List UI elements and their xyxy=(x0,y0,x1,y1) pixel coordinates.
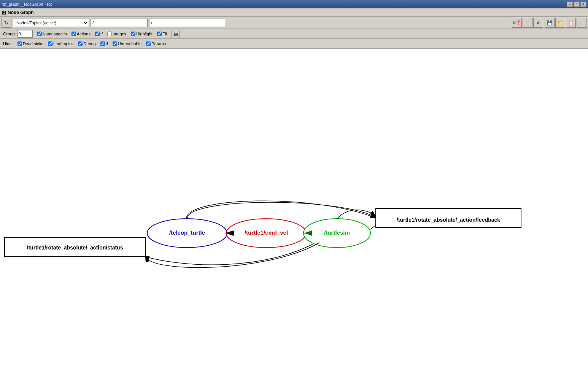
menubar: ⊞ Node Graph xyxy=(0,8,588,17)
actions-checkbox[interactable] xyxy=(72,32,76,36)
node-feedback-label: /turtle1/rotate_absolute/_action/feedbac… xyxy=(397,217,501,223)
close-right-button[interactable]: ✕ xyxy=(533,18,543,28)
leaf-topics-option[interactable]: Leaf topics xyxy=(48,41,73,46)
minimize-button[interactable]: − xyxy=(567,2,573,7)
minus-button[interactable]: − xyxy=(523,18,532,28)
node-turtlesim-label: /turtlesim xyxy=(324,229,350,236)
hide-tf-option[interactable]: tf xyxy=(100,41,108,46)
group-value: 0 xyxy=(19,32,21,36)
screenshot-small-button[interactable]: 📷 xyxy=(172,30,180,38)
arr-turtlesim-feedback xyxy=(337,210,376,219)
debug-option[interactable]: Debug xyxy=(78,41,95,46)
arr-teleop-feedback xyxy=(186,201,376,219)
graph-svg: /turtle1/rotate_absolute/_action/feedbac… xyxy=(0,49,588,367)
options-row: Group: 0 Namespaces Actions tf Images Hi… xyxy=(0,29,588,39)
params-label: Params xyxy=(151,41,166,46)
dead-sinks-option[interactable]: Dead sinks xyxy=(17,41,43,46)
namespaces-label: Namespaces xyxy=(43,32,67,36)
refresh-button[interactable]: ↻ xyxy=(2,18,11,28)
load-button[interactable]: 📂 xyxy=(555,18,565,28)
view-mode-dropdown[interactable]: Nodes/Topics (active) Nodes only Nodes/T… xyxy=(13,19,89,27)
params-option[interactable]: Params xyxy=(146,41,166,46)
node-teleop-label: /teleop_turtle xyxy=(169,229,205,236)
highlight-label: Highlight xyxy=(136,32,153,36)
highlight-option[interactable]: Highlight xyxy=(131,32,153,36)
dead-sinks-checkbox[interactable] xyxy=(17,41,22,46)
filter-input-2[interactable] xyxy=(149,19,225,27)
unreachable-label: Unreachable xyxy=(118,41,141,46)
namespaces-checkbox[interactable] xyxy=(37,32,42,36)
images-checkbox[interactable] xyxy=(107,32,112,36)
restore-button[interactable]: ○ xyxy=(574,2,580,7)
action-buttons: 💾 📂 📋 □ xyxy=(545,18,586,28)
fit-label: Fit xyxy=(162,32,167,36)
node-graph-icon: ⊞ xyxy=(2,10,6,16)
screenshot-button[interactable]: □ xyxy=(577,18,586,28)
fit-checkbox[interactable] xyxy=(157,32,162,36)
actions-label: Actions xyxy=(77,32,91,36)
actions-option[interactable]: Actions xyxy=(72,32,91,36)
leaf-topics-checkbox[interactable] xyxy=(48,41,52,46)
export-button[interactable]: 📋 xyxy=(566,18,576,28)
graph-canvas[interactable]: /turtle1/rotate_absolute/_action/feedbac… xyxy=(0,49,588,367)
tf-label: tf xyxy=(100,32,103,36)
menubar-title: ⊞ Node Graph xyxy=(2,10,34,16)
images-label: Images xyxy=(113,32,126,36)
tf-option[interactable]: tf xyxy=(95,32,103,36)
node-cmdvel-label: /turtle1/cmd_vel xyxy=(245,229,288,236)
hide-label: Hide: xyxy=(3,41,13,46)
dead-sinks-label: Dead sinks xyxy=(23,41,43,46)
close-button[interactable]: ✕ xyxy=(580,2,586,7)
node-status-label: /turtle1/rotate_absolute/_action/status xyxy=(27,245,123,251)
toolbar: ↻ Nodes/Topics (active) Nodes only Nodes… xyxy=(0,17,588,29)
save-button[interactable]: 💾 xyxy=(545,18,555,28)
edge-teleop-feedback xyxy=(187,202,377,219)
filter-input-1[interactable] xyxy=(91,19,148,27)
canvas-area: /turtle1/rotate_absolute/_action/feedbac… xyxy=(0,49,588,367)
group-label: Group: xyxy=(3,32,16,36)
refresh-icon: ↻ xyxy=(4,20,9,26)
images-option[interactable]: Images xyxy=(107,32,126,36)
hide-tf-checkbox[interactable] xyxy=(100,41,105,46)
fit-option[interactable]: Fit xyxy=(157,32,167,36)
toolbar-right: D❓ − ✕ xyxy=(512,18,543,28)
hide-tf-label: tf xyxy=(106,41,108,46)
hide-row: Hide: Dead sinks Leaf topics Debug tf Un… xyxy=(0,39,588,49)
titlebar-title: rqt_graph__RosGraph - rqt xyxy=(2,2,52,6)
group-spinner[interactable]: 0 xyxy=(17,30,33,38)
unreachable-option[interactable]: Unreachable xyxy=(113,41,141,46)
params-checkbox[interactable] xyxy=(146,41,151,46)
help-button[interactable]: D❓ xyxy=(512,18,522,28)
debug-checkbox[interactable] xyxy=(78,41,83,46)
debug-label: Debug xyxy=(83,41,95,46)
panel-title: Node Graph xyxy=(8,10,34,15)
highlight-checkbox[interactable] xyxy=(131,32,135,36)
namespaces-option[interactable]: Namespaces xyxy=(37,32,67,36)
titlebar: rqt_graph__RosGraph - rqt − ○ ✕ xyxy=(0,0,588,8)
titlebar-controls: − ○ ✕ xyxy=(567,2,586,7)
unreachable-checkbox[interactable] xyxy=(113,41,117,46)
leaf-topics-label: Leaf topics xyxy=(53,41,73,46)
group-option: Group: 0 xyxy=(3,30,33,38)
tf-checkbox[interactable] xyxy=(95,32,100,36)
